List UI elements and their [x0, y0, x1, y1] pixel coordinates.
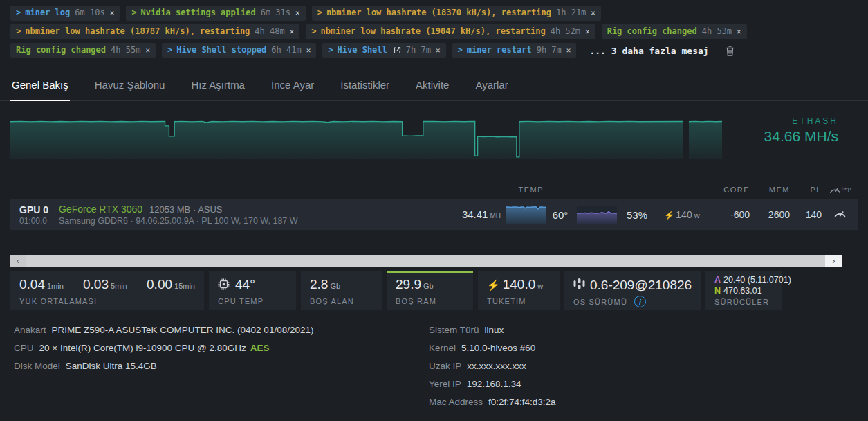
close-icon[interactable]: ✕ — [110, 9, 115, 17]
tab-hiz-asirtma[interactable]: Hız Aşırtma — [190, 73, 246, 100]
notification-chip[interactable]: >nbminer low hashrate (18370 kH/s), rest… — [312, 6, 601, 21]
notification-text: >nbminer low hashrate (19047 kH/s), rest… — [311, 26, 545, 37]
gpu-fan-sparkline — [577, 206, 617, 224]
cpu-chip-icon — [218, 278, 230, 293]
notification-time: 6m 10s — [75, 8, 104, 18]
tab-ince-ayar[interactable]: İnce Ayar — [270, 73, 315, 100]
aes-badge: AES — [250, 343, 270, 353]
close-icon[interactable]: ✕ — [290, 28, 295, 36]
scroll-left-button[interactable]: ‹ — [10, 255, 26, 267]
gpu-index: GPU 0 — [19, 204, 59, 215]
nvidia-driver-prefix: N — [714, 286, 721, 296]
power-draw-card: ⚡ 140.0w TÜKETIM — [478, 271, 560, 310]
remote-ip-row: Uzak IPxx.xxx.xxx.xxx — [429, 357, 858, 375]
gpu-table-header: TEMP CORE MEM PL hep — [10, 183, 858, 197]
cpu-row: CPU20 × Intel(R) Core(TM) i9-10900 CPU @… — [14, 339, 429, 357]
os-version-card: 0.6-209@210826 OS SÜRÜMÜ i — [564, 271, 701, 310]
notification-text: >nbminer low hashrate (18370 kH/s), rest… — [317, 8, 551, 18]
notification-chip[interactable]: >nbminer low hashrate (19047 kH/s), rest… — [306, 24, 595, 39]
gpu-temp: 60° — [544, 209, 577, 221]
tab-istatistikler[interactable]: İstatistikler — [339, 73, 391, 100]
hashrate-chart-tail — [689, 118, 722, 159]
gpu-power: 140 — [676, 209, 692, 220]
overclock-gauge-button[interactable] — [833, 208, 847, 218]
gpu-row: GPU 0 01:00.0 GeForce RTX 3060 12053 MB … — [10, 199, 858, 230]
notification-chip[interactable]: >Hive Shell stopped 6h 41m ✕ — [162, 43, 316, 58]
mac-address-row: Mac Addressf0:2f:74:f4:d3:2a — [429, 393, 858, 411]
trash-icon[interactable] — [725, 45, 735, 57]
notification-row: >miner log 6m 10s ✕ >Nvidia settings app… — [10, 6, 858, 21]
notification-chip[interactable]: >Nvidia settings applied 6m 31s ✕ — [126, 6, 305, 21]
notification-chip[interactable]: Rig config changed 4h 55m ✕ — [10, 43, 156, 58]
motherboard-row: AnakartPRIME Z590-A ASUSTeK COMPUTER INC… — [14, 321, 429, 339]
nvidia-driver-version: 470.63.01 — [723, 286, 762, 296]
close-icon[interactable]: ✕ — [737, 28, 741, 36]
notification-text: >miner restart — [458, 45, 532, 55]
tab-genel-bakis[interactable]: Genel Bakış — [10, 73, 70, 100]
close-icon[interactable]: ✕ — [436, 46, 441, 55]
close-icon[interactable]: ✕ — [295, 9, 300, 17]
scroll-right-button[interactable]: › — [825, 255, 842, 267]
temp-header: TEMP — [501, 186, 544, 194]
close-icon[interactable]: ✕ — [306, 46, 311, 55]
notification-chip[interactable]: >miner log 6m 10s ✕ — [10, 6, 120, 21]
tab-bar: Genel Bakış Havuz Şablonu Hız Aşırtma İn… — [0, 73, 868, 101]
tab-havuz-sablonu[interactable]: Havuz Şablonu — [93, 73, 167, 100]
close-icon[interactable]: ✕ — [591, 9, 595, 17]
os-version-label: OS SÜRÜMÜ — [573, 298, 627, 306]
notification-text: >Hive Shell — [328, 45, 387, 55]
hashrate-chart — [10, 118, 683, 159]
gauge-icon — [833, 208, 847, 218]
notification-time: 1h 21m — [556, 8, 586, 18]
disk-model-row: Disk ModelSanDisk Ultra 15.4GB — [14, 357, 429, 375]
horizontal-scrollbar: ‹ › — [10, 255, 842, 267]
notification-time: 4h 52m — [551, 26, 580, 37]
free-ram-value: 29.9 — [396, 277, 421, 292]
close-icon[interactable]: ✕ — [145, 46, 150, 55]
scrollbar-thumb[interactable] — [26, 255, 825, 267]
load-average-card: 0.041min 0.035min 0.0015min YÜK ORTALAMA… — [10, 271, 204, 310]
kernel-row: Kernel5.10.0-hiveos #60 — [429, 339, 858, 357]
notification-chip[interactable]: >miner restart 9h 7m ✕ — [452, 43, 577, 58]
drivers-label: SÜRÜCÜLER — [714, 298, 773, 306]
core-header: CORE — [710, 186, 750, 194]
info-icon[interactable]: i — [634, 296, 646, 307]
load-5min: 0.03 — [83, 277, 109, 292]
hiveos-logo-icon — [573, 278, 585, 293]
free-space-card: 2.8Gb BOŞ ALAN — [301, 271, 382, 310]
notification-area: >miner log 6m 10s ✕ >Nvidia settings app… — [0, 0, 868, 58]
notification-chip[interactable]: >nbminer low hashrate (18787 kH/s), rest… — [10, 24, 299, 39]
gpu-power-unit: w — [694, 211, 700, 220]
notification-chip[interactable]: Rig config changed 4h 53m ✕ — [602, 24, 747, 39]
notification-text: >nbminer low hashrate (18787 kH/s), rest… — [16, 26, 250, 37]
tab-aktivite[interactable]: Aktivite — [414, 73, 450, 100]
notification-text: >Hive Shell stopped — [167, 45, 266, 55]
gpu-core-clock: -600 — [710, 209, 750, 220]
notification-chip[interactable]: >Hive Shell 7h 7m ✕ — [322, 43, 445, 58]
close-icon[interactable]: ✕ — [566, 46, 571, 55]
amd-driver-prefix: A — [714, 275, 721, 285]
gpu-hashrate-unit: MH — [490, 212, 501, 220]
notification-time: 7h 7m — [406, 45, 431, 55]
load-1min: 0.04 — [19, 277, 45, 292]
pl-header: PL — [790, 186, 822, 194]
notification-text: >miner log — [16, 8, 70, 18]
tab-ayarlar[interactable]: Ayarlar — [474, 73, 509, 100]
notification-time: 4h 53m — [702, 26, 732, 37]
gpu-bus-id: 01:00.0 — [19, 216, 59, 226]
notification-time: 6m 31s — [261, 8, 290, 18]
cpu-temp-card: 44° CPU TEMP — [209, 271, 296, 310]
oc-all-header[interactable]: hep — [822, 185, 858, 195]
gpu-temp-sparkline — [506, 206, 546, 224]
close-icon[interactable]: ✕ — [585, 28, 590, 36]
gpu-details: Samsung GDDR6 · 94.06.25.00.9A · PL 100 … — [59, 216, 447, 226]
stats-row: 0.041min 0.035min 0.0015min YÜK ORTALAMA… — [0, 271, 868, 310]
gpu-name-link[interactable]: GeForce RTX 3060 — [59, 204, 142, 215]
amd-driver-version: 20.40 (5.11.0701) — [723, 275, 791, 285]
more-messages-link[interactable]: ... 3 daha fazla mesaj — [589, 46, 708, 56]
hashrate-value: 34.66 MH/s — [722, 128, 838, 145]
free-ram-label: BOŞ RAM — [396, 297, 464, 305]
load-15min: 0.00 — [147, 277, 172, 292]
cpu-temp-label: CPU TEMP — [218, 297, 287, 305]
drivers-card: A20.40 (5.11.0701) N470.63.01 SÜRÜCÜLER — [705, 271, 782, 310]
